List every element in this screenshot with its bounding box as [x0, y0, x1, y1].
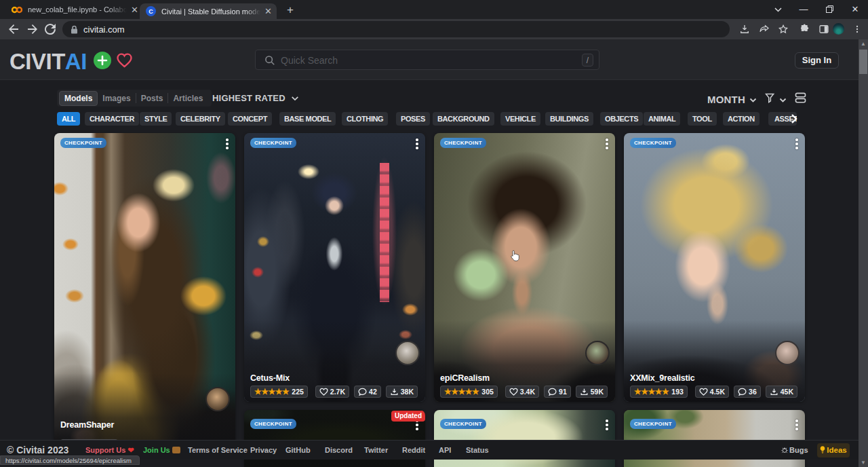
svg-text:C: C: [149, 8, 153, 15]
